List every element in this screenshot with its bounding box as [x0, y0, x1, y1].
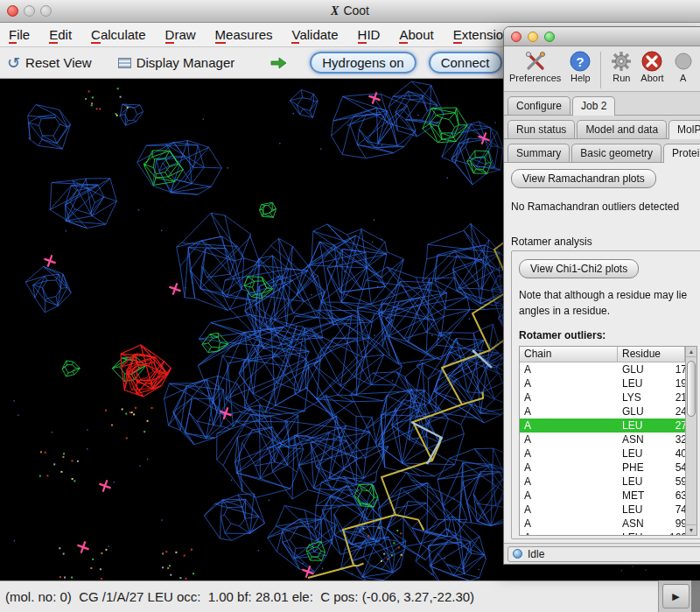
screen: XCoot FileEditCalculateDrawMeasuresValid… — [0, 0, 700, 612]
status-box: Idle — [508, 546, 700, 562]
menu-calculate[interactable]: Calculate — [91, 27, 146, 42]
residue-number: 24 — [659, 405, 685, 418]
tool-abort[interactable]: Abort — [640, 49, 663, 83]
main-titlebar[interactable]: XCoot — [0, 0, 700, 23]
recentre-arrow-icon[interactable] — [270, 56, 287, 70]
scrollbar-thumb[interactable] — [687, 361, 696, 417]
table-row[interactable]: ALEU27 — [520, 419, 685, 433]
residue-name: GLU — [622, 405, 659, 418]
main-status-bar: (mol. no: 0) CG /1/A/27 LEU occ: 1.00 bf… — [0, 580, 700, 612]
table-row[interactable]: ALYS21 — [520, 390, 685, 404]
rotamer-table-head: ChainResidue — [520, 347, 685, 362]
cell-chain: A — [520, 419, 618, 432]
cell-residue: GLU17 — [618, 363, 685, 376]
rotamer-note: Note that although a residue may lie ang… — [519, 287, 697, 319]
hydrogens-toggle-button[interactable]: Hydrogens on — [310, 52, 416, 74]
scroll-up-icon[interactable]: ▲ — [686, 347, 696, 357]
tab-molprobity[interactable]: MolProbity — [668, 120, 700, 139]
tab-basic-geometry[interactable]: Basic geometry — [571, 144, 662, 162]
reset-view-icon[interactable]: ↺ — [7, 55, 20, 71]
menu-draw[interactable]: Draw — [165, 27, 196, 42]
tab-model-and-data[interactable]: Model and data — [577, 120, 667, 138]
cell-residue: ASN32 — [618, 433, 685, 446]
menu-edit[interactable]: Edit — [49, 27, 72, 42]
table-row[interactable]: ALEU74 — [520, 503, 685, 517]
section-tabs-row: SummaryBasic geometryProteinC — [504, 139, 700, 163]
overlay-toolbar: Preferences?HelpRunAbortA — [504, 46, 700, 92]
table-row[interactable]: AMET63 — [520, 489, 685, 503]
menu-measures[interactable]: Measures — [215, 27, 273, 42]
menu-file[interactable]: File — [9, 27, 30, 42]
cell-chain: A — [520, 433, 618, 446]
menu-hid[interactable]: HID — [358, 27, 381, 42]
tool-label: A — [680, 73, 686, 83]
table-row[interactable]: AGLU24 — [520, 404, 685, 419]
table-row[interactable]: ALEU59 — [520, 475, 685, 489]
scroll-right-button[interactable]: ▶ — [662, 584, 690, 608]
table-row[interactable]: ALEU40 — [520, 447, 685, 461]
table-row[interactable]: ALEU160 — [520, 531, 685, 535]
minimize-button[interactable] — [528, 32, 538, 42]
tool-preferences[interactable]: Preferences — [509, 49, 561, 83]
tool-help[interactable]: ?Help — [569, 49, 592, 83]
residue-number: 17 — [659, 363, 685, 376]
table-row[interactable]: AASN32 — [520, 433, 685, 447]
tab-configure[interactable]: Configure — [508, 96, 570, 115]
residue-number: 74 — [659, 503, 685, 516]
cell-residue: LYS21 — [618, 391, 685, 404]
rotamer-table-columns: ChainResidue AGLU17ALEU19ALYS21AGLU24ALE… — [520, 347, 685, 535]
residue-name: LEU — [622, 531, 659, 535]
zoom-button[interactable] — [40, 5, 52, 17]
column-header-residue[interactable]: Residue — [618, 347, 685, 362]
minimize-button[interactable] — [24, 5, 35, 17]
cell-chain: A — [520, 405, 618, 418]
column-header-chain[interactable]: Chain — [520, 347, 618, 362]
cell-chain: A — [520, 517, 618, 530]
main-tabs-row: ConfigureJob 2 — [504, 92, 700, 116]
rotamer-frame: View Chi1-Chi2 plots Note that although … — [511, 250, 700, 539]
cell-residue: LEU19 — [618, 377, 685, 390]
close-button[interactable] — [7, 5, 18, 17]
residue-name: LEU — [622, 419, 659, 432]
table-row[interactable]: ALEU19 — [520, 376, 685, 390]
cell-chain: A — [520, 447, 618, 460]
connect-button[interactable]: Connect — [429, 52, 502, 74]
cell-chain: A — [520, 531, 618, 535]
tab-protein[interactable]: Protein — [663, 144, 700, 163]
residue-number: 32 — [659, 433, 685, 446]
menu-validate[interactable]: Validate — [291, 27, 338, 42]
cell-residue: GLU24 — [618, 405, 685, 418]
tab-job-2[interactable]: Job 2 — [572, 96, 615, 116]
display-manager-icon[interactable] — [118, 58, 131, 68]
scroll-down-icon[interactable]: ▼ — [686, 524, 696, 535]
view-ramachandran-button[interactable]: View Ramachandran plots — [511, 169, 656, 188]
residue-name: LEU — [622, 475, 659, 488]
table-row[interactable]: AGLU17 — [520, 362, 685, 376]
cell-residue: LEU160 — [618, 531, 685, 535]
table-scrollbar[interactable]: ▲ ▼ — [685, 347, 696, 535]
tab-run-status[interactable]: Run status — [508, 120, 575, 138]
tool-a[interactable]: A — [672, 49, 695, 83]
window-title-text: Coot — [343, 4, 369, 18]
residue-number: 54 — [659, 461, 685, 474]
zoom-button[interactable] — [544, 32, 555, 42]
table-row[interactable]: APHE54 — [520, 461, 685, 475]
view-chi-plots-button[interactable]: View Chi1-Chi2 plots — [519, 259, 639, 278]
tool-label: Preferences — [509, 73, 561, 83]
residue-name: ASN — [622, 433, 659, 446]
protein-tab-content: View Ramachandran plots No Ramachandran … — [504, 163, 700, 543]
residue-number: 63 — [659, 489, 685, 502]
scroll-track[interactable] — [691, 580, 700, 612]
menu-about[interactable]: About — [399, 27, 433, 42]
tool-run[interactable]: Run — [610, 49, 633, 83]
close-button[interactable] — [511, 32, 522, 42]
tab-summary[interactable]: Summary — [508, 144, 570, 162]
residue-name: LEU — [622, 447, 659, 460]
overlay-titlebar[interactable] — [504, 27, 700, 46]
residue-number: 40 — [659, 447, 685, 460]
residue-name: LEU — [622, 503, 659, 516]
table-row[interactable]: AASN99 — [520, 517, 685, 531]
display-manager-button[interactable]: Display Manager — [136, 55, 235, 70]
reset-view-button[interactable]: Reset View — [25, 55, 92, 70]
x11-logo-icon: X — [331, 4, 339, 18]
